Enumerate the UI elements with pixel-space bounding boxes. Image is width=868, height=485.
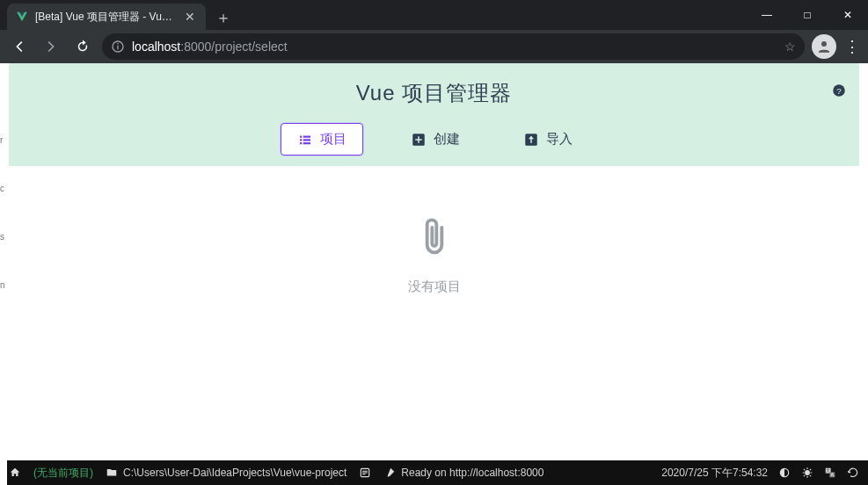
- project-path-text: C:\Users\User-Dai\IdeaProjects\Vue\vue-p…: [123, 467, 346, 479]
- nav-forward-button[interactable]: [39, 34, 63, 59]
- new-tab-button[interactable]: ＋: [211, 5, 236, 30]
- empty-state-text: 没有项目: [408, 279, 461, 295]
- bg-fragment: n: [0, 280, 7, 290]
- nav-back-button[interactable]: [7, 34, 32, 59]
- bookmark-star-icon[interactable]: ☆: [784, 40, 796, 54]
- svg-text:?: ?: [836, 86, 842, 96]
- list-icon: [297, 132, 313, 148]
- vue-ui-page: r c s n Vue 项目管理器 ? 项目 创建: [0, 63, 868, 485]
- help-button[interactable]: ?: [831, 83, 847, 98]
- window-maximize-button[interactable]: □: [787, 0, 828, 30]
- folder-icon: [106, 467, 118, 479]
- bg-fragment: r: [0, 135, 7, 145]
- vue-header: Vue 项目管理器 ? 项目 创建 导入: [9, 63, 859, 166]
- tab-import-label: 导入: [546, 131, 573, 148]
- translate-icon[interactable]: 文A: [824, 467, 836, 479]
- server-ready-text: Ready on http://localhost:8000: [401, 467, 543, 479]
- tab-create-label: 创建: [434, 131, 460, 148]
- vue-body: 没有项目: [9, 166, 859, 460]
- server-ready[interactable]: Ready on http://localhost:8000: [383, 467, 543, 479]
- paint-brush-icon: [383, 467, 396, 479]
- svg-rect-1: [117, 46, 118, 50]
- status-bar: (无当前项目) C:\Users\User-Dai\IdeaProjects\V…: [0, 460, 868, 485]
- log-icon[interactable]: [359, 467, 371, 479]
- url-port: :8000: [180, 40, 211, 54]
- underlying-window-edge: r c s n: [0, 63, 7, 485]
- nav-reload-button[interactable]: [70, 34, 95, 59]
- status-datetime: 2020/7/25 下午7:54:32: [661, 466, 768, 481]
- no-current-project-label: (无当前项目): [33, 466, 93, 481]
- bug-icon[interactable]: [801, 467, 813, 479]
- profile-avatar-button[interactable]: [812, 34, 836, 59]
- browser-titlebar: [Beta] Vue 项目管理器 - Vue CL ✕ ＋ — □ ✕: [0, 0, 868, 30]
- browser-toolbar: localhost:8000/project/select ☆ ⋮: [0, 30, 868, 63]
- browser-menu-button[interactable]: ⋮: [843, 37, 861, 56]
- tab-projects[interactable]: 项目: [281, 123, 363, 156]
- svg-rect-2: [117, 43, 118, 44]
- tab-close-icon[interactable]: ✕: [183, 10, 197, 24]
- window-close-button[interactable]: ✕: [828, 0, 868, 30]
- import-icon: [523, 132, 539, 148]
- page-title: Vue 项目管理器: [9, 79, 859, 107]
- home-icon[interactable]: [9, 467, 21, 479]
- url-host: localhost: [132, 40, 180, 54]
- url-text: localhost:8000/project/select: [132, 40, 288, 54]
- darkmode-icon[interactable]: [778, 467, 791, 479]
- site-info-icon[interactable]: [111, 40, 125, 54]
- tab-create[interactable]: 创建: [395, 123, 476, 156]
- address-bar[interactable]: localhost:8000/project/select ☆: [102, 33, 805, 60]
- svg-point-3: [821, 41, 827, 47]
- vue-favicon-icon: [16, 11, 28, 23]
- refresh-icon[interactable]: [847, 467, 859, 479]
- browser-chrome: [Beta] Vue 项目管理器 - Vue CL ✕ ＋ — □ ✕ loca…: [0, 0, 868, 63]
- bg-fragment: c: [0, 184, 7, 193]
- svg-point-10: [805, 470, 810, 475]
- bg-fragment: s: [0, 232, 7, 242]
- attachment-icon: [417, 215, 452, 261]
- tab-import[interactable]: 导入: [507, 123, 588, 156]
- browser-tab[interactable]: [Beta] Vue 项目管理器 - Vue CL ✕: [7, 4, 206, 30]
- plus-box-icon: [411, 132, 427, 148]
- tab-projects-label: 项目: [320, 131, 346, 148]
- main-tabs: 项目 创建 导入: [9, 123, 859, 156]
- browser-tab-title: [Beta] Vue 项目管理器 - Vue CL: [35, 10, 176, 25]
- url-path: /project/select: [211, 40, 287, 54]
- tab-strip: [Beta] Vue 项目管理器 - Vue CL ✕ ＋: [0, 0, 747, 30]
- window-minimize-button[interactable]: —: [747, 0, 787, 30]
- project-path[interactable]: C:\Users\User-Dai\IdeaProjects\Vue\vue-p…: [106, 467, 346, 479]
- window-controls: — □ ✕: [747, 0, 868, 30]
- svg-text:文: 文: [826, 467, 830, 473]
